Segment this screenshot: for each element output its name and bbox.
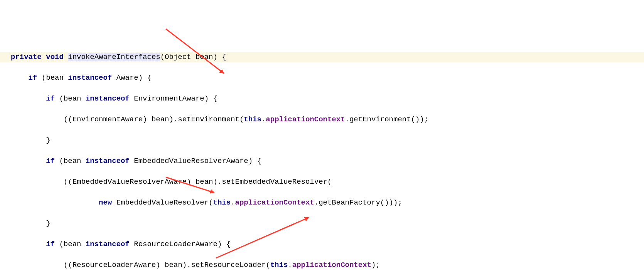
text: .getEnvironment()); <box>345 115 429 124</box>
keyword-if: if <box>46 94 55 103</box>
indent <box>11 136 46 144</box>
indent <box>11 198 99 207</box>
keyword-instanceof: instanceof <box>68 74 112 82</box>
field-applicationContext: applicationContext <box>235 198 314 207</box>
keyword-void: void <box>46 53 64 61</box>
code-line-5: } <box>0 135 644 146</box>
text: EmbeddedValueResolverAware) { <box>130 157 261 165</box>
keyword-if: if <box>46 240 55 248</box>
keyword-this: this <box>244 115 261 124</box>
keyword-if: if <box>29 74 37 82</box>
text: (bean <box>55 157 86 165</box>
indent <box>11 157 46 165</box>
brace: } <box>46 136 50 144</box>
keyword-private: private <box>11 53 42 61</box>
code-line-11: ((ResourceLoaderAware) bean).setResource… <box>0 260 644 270</box>
dot: . <box>288 261 292 269</box>
code-line-2: if (bean instanceof Aware) { <box>0 73 644 83</box>
text: ); <box>371 261 380 269</box>
text: (bean <box>55 240 86 248</box>
indent <box>11 94 46 103</box>
field-applicationContext: applicationContext <box>266 115 345 124</box>
code-line-8: new EmbeddedValueResolver(this.applicati… <box>0 198 644 208</box>
code-line-10: if (bean instanceof ResourceLoaderAware)… <box>0 239 644 250</box>
text: (bean <box>37 74 68 82</box>
text: (bean <box>55 94 86 103</box>
keyword-this: this <box>270 261 288 269</box>
code-line-9: } <box>0 218 644 229</box>
code-line-3: if (bean instanceof EnvironmentAware) { <box>0 94 644 104</box>
code-line-7: ((EmbeddedValueResolverAware) bean).setE… <box>0 177 644 187</box>
text: ((EmbeddedValueResolverAware) bean).setE… <box>64 178 332 186</box>
indent <box>11 240 46 248</box>
keyword-instanceof: instanceof <box>86 94 130 103</box>
code-line-6: if (bean instanceof EmbeddedValueResolve… <box>0 156 644 166</box>
indent <box>11 74 29 82</box>
text: .getBeanFactory())); <box>314 198 402 207</box>
keyword-instanceof: instanceof <box>86 157 130 165</box>
text: Aware) { <box>112 74 152 82</box>
text: EmbeddedValueResolver( <box>112 198 213 207</box>
text: ((EnvironmentAware) bean).setEnvironment… <box>64 115 244 124</box>
code-block: private void invokeAwareInterfaces(Objec… <box>0 42 644 270</box>
keyword-new: new <box>99 198 112 207</box>
keyword-if: if <box>46 157 55 165</box>
dot: . <box>231 198 235 207</box>
code-line-1: private void invokeAwareInterfaces(Objec… <box>0 52 644 62</box>
code-line-4: ((EnvironmentAware) bean).setEnvironment… <box>0 114 644 125</box>
keyword-instanceof: instanceof <box>86 240 130 248</box>
indent <box>11 115 64 124</box>
text: ResourceLoaderAware) { <box>130 240 231 248</box>
brace: } <box>46 219 50 228</box>
dot: . <box>261 115 266 124</box>
indent <box>11 219 46 228</box>
text: EnvironmentAware) { <box>130 94 217 103</box>
indent <box>11 261 64 269</box>
field-applicationContext: applicationContext <box>292 261 371 269</box>
method-name: invokeAwareInterfaces <box>68 53 160 61</box>
keyword-this: this <box>213 198 231 207</box>
params: (Object bean) { <box>160 53 226 61</box>
text: ((ResourceLoaderAware) bean).setResource… <box>64 261 270 269</box>
indent <box>11 178 64 186</box>
